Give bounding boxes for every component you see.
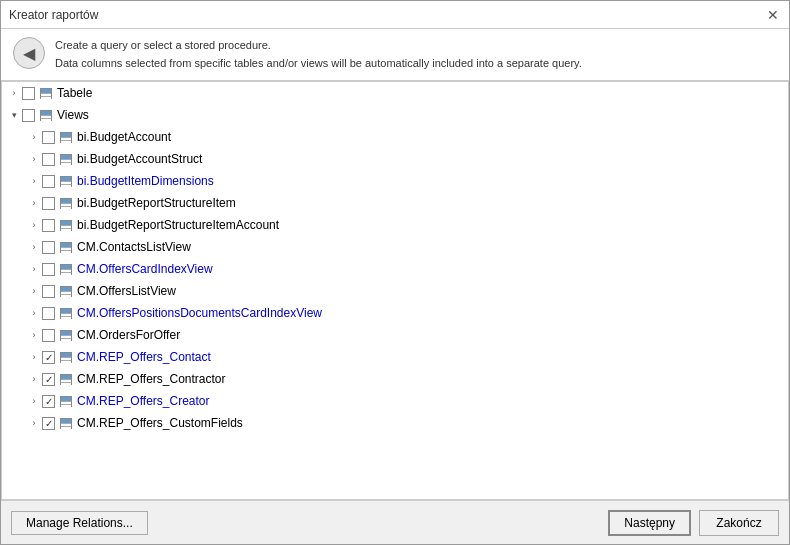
tree-item-bi-budgetaccountstruct[interactable]: bi.BudgetAccountStruct: [2, 148, 788, 170]
expand-arrow-cm-rep-offers-creator[interactable]: [26, 393, 42, 409]
expand-arrow-tabele[interactable]: [6, 85, 22, 101]
close-button[interactable]: ✕: [765, 7, 781, 23]
tree-item-label-cm-rep-offers-contractor: CM.REP_Offers_Contractor: [77, 372, 226, 386]
expand-arrow-bi-budgetitemdimensions[interactable]: [26, 173, 42, 189]
tree-item-label-bi-budgetreportstructureitemaccount: bi.BudgetReportStructureItemAccount: [77, 218, 279, 232]
tree-item-label-tabele: Tabele: [57, 86, 92, 100]
tree-item-label-bi-budgetitemdimensions: bi.BudgetItemDimensions: [77, 174, 214, 188]
table-icon-cm-rep-offers-contact: [59, 350, 73, 364]
tree-item-label-cm-rep-offers-contact: CM.REP_Offers_Contact: [77, 350, 211, 364]
tree-item-bi-budgetreportstructureitem[interactable]: bi.BudgetReportStructureItem: [2, 192, 788, 214]
table-icon-bi-budgetaccount: [59, 130, 73, 144]
checkbox-cm-rep-offers-creator[interactable]: [42, 395, 55, 408]
tree-item-cm-rep-offers-contractor[interactable]: CM.REP_Offers_Contractor: [2, 368, 788, 390]
tree-item-label-cm-contactslistview: CM.ContactsListView: [77, 240, 191, 254]
checkbox-bi-budgetreportstructureitem[interactable]: [42, 197, 55, 210]
checkbox-cm-offerslistview[interactable]: [42, 285, 55, 298]
expand-arrow-bi-budgetreportstructureitem[interactable]: [26, 195, 42, 211]
checkbox-cm-contactslistview[interactable]: [42, 241, 55, 254]
tree-item-label-cm-offerspositionsdocumentscardindexview: CM.OffersPositionsDocumentsCardIndexView: [77, 306, 322, 320]
table-icon-cm-rep-offers-customfields: [59, 416, 73, 430]
tree-item-bi-budgetaccount[interactable]: bi.BudgetAccount: [2, 126, 788, 148]
table-icon-bi-budgetaccountstruct: [59, 152, 73, 166]
checkbox-tabele[interactable]: [22, 87, 35, 100]
main-window: Kreator raportów ✕ ◀ Create a query or s…: [0, 0, 790, 545]
tree-item-bi-budgetreportstructureitemaccount[interactable]: bi.BudgetReportStructureItemAccount: [2, 214, 788, 236]
table-icon-cm-rep-offers-contractor: [59, 372, 73, 386]
title-bar: Kreator raportów ✕: [1, 1, 789, 29]
header-description: Create a query or select a stored proced…: [55, 37, 582, 72]
tree-item-label-cm-offerscardindexview: CM.OffersCardIndexView: [77, 262, 213, 276]
tree-item-label-cm-offerslistview: CM.OffersListView: [77, 284, 176, 298]
table-icon-cm-contactslistview: [59, 240, 73, 254]
tree-container: TabeleViewsbi.BudgetAccountbi.BudgetAcco…: [2, 82, 788, 434]
tree-item-label-cm-ordersforoffer: CM.OrdersForOffer: [77, 328, 180, 342]
tree-item-label-views: Views: [57, 108, 89, 122]
tree-item-label-bi-budgetreportstructureitem: bi.BudgetReportStructureItem: [77, 196, 236, 210]
checkbox-cm-offerspositionsdocumentscardindexview[interactable]: [42, 307, 55, 320]
table-icon-cm-rep-offers-creator: [59, 394, 73, 408]
table-icon-cm-ordersforoffer: [59, 328, 73, 342]
back-icon: ◀: [23, 44, 35, 63]
table-icon-bi-budgetitemdimensions: [59, 174, 73, 188]
tree-item-views[interactable]: Views: [2, 104, 788, 126]
table-icon-cm-offerspositionsdocumentscardindexview: [59, 306, 73, 320]
tree-item-cm-offerscardindexview[interactable]: CM.OffersCardIndexView: [2, 258, 788, 280]
checkbox-cm-ordersforoffer[interactable]: [42, 329, 55, 342]
window-title: Kreator raportów: [9, 8, 98, 22]
table-icon-bi-budgetreportstructureitemaccount: [59, 218, 73, 232]
expand-arrow-cm-rep-offers-contractor[interactable]: [26, 371, 42, 387]
table-icon-bi-budgetreportstructureitem: [59, 196, 73, 210]
header-line2: Data columns selected from specific tabl…: [55, 55, 582, 73]
tree-scroll-container[interactable]: TabeleViewsbi.BudgetAccountbi.BudgetAcco…: [2, 82, 788, 499]
tree-item-bi-budgetitemdimensions[interactable]: bi.BudgetItemDimensions: [2, 170, 788, 192]
expand-arrow-bi-budgetreportstructureitemaccount[interactable]: [26, 217, 42, 233]
tree-item-cm-contactslistview[interactable]: CM.ContactsListView: [2, 236, 788, 258]
expand-arrow-cm-rep-offers-customfields[interactable]: [26, 415, 42, 431]
expand-arrow-views[interactable]: [6, 107, 22, 123]
checkbox-bi-budgetaccountstruct[interactable]: [42, 153, 55, 166]
footer-right: Następny Zakończ: [608, 510, 779, 536]
checkbox-bi-budgetaccount[interactable]: [42, 131, 55, 144]
tree-item-label-cm-rep-offers-customfields: CM.REP_Offers_CustomFields: [77, 416, 243, 430]
checkbox-views[interactable]: [22, 109, 35, 122]
tree-item-label-cm-rep-offers-creator: CM.REP_Offers_Creator: [77, 394, 210, 408]
next-button[interactable]: Następny: [608, 510, 691, 536]
checkbox-cm-rep-offers-contact[interactable]: [42, 351, 55, 364]
header-line1: Create a query or select a stored proced…: [55, 37, 582, 55]
table-icon-tabele: [39, 86, 53, 100]
tree-item-cm-ordersforoffer[interactable]: CM.OrdersForOffer: [2, 324, 788, 346]
footer: Manage Relations... Następny Zakończ: [1, 500, 789, 544]
table-icon-cm-offerslistview: [59, 284, 73, 298]
tree-item-cm-offerspositionsdocumentscardindexview[interactable]: CM.OffersPositionsDocumentsCardIndexView: [2, 302, 788, 324]
table-icon-views: [39, 108, 53, 122]
expand-arrow-cm-offerspositionsdocumentscardindexview[interactable]: [26, 305, 42, 321]
checkbox-bi-budgetitemdimensions[interactable]: [42, 175, 55, 188]
tree-item-cm-rep-offers-customfields[interactable]: CM.REP_Offers_CustomFields: [2, 412, 788, 434]
checkbox-cm-offerscardindexview[interactable]: [42, 263, 55, 276]
finish-button[interactable]: Zakończ: [699, 510, 779, 536]
tree-item-tabele[interactable]: Tabele: [2, 82, 788, 104]
expand-arrow-cm-offerslistview[interactable]: [26, 283, 42, 299]
header-area: ◀ Create a query or select a stored proc…: [1, 29, 789, 81]
tree-item-label-bi-budgetaccountstruct: bi.BudgetAccountStruct: [77, 152, 202, 166]
tree-item-cm-rep-offers-creator[interactable]: CM.REP_Offers_Creator: [2, 390, 788, 412]
table-icon-cm-offerscardindexview: [59, 262, 73, 276]
expand-arrow-cm-ordersforoffer[interactable]: [26, 327, 42, 343]
manage-relations-button[interactable]: Manage Relations...: [11, 511, 148, 535]
back-button[interactable]: ◀: [13, 37, 45, 69]
checkbox-cm-rep-offers-contractor[interactable]: [42, 373, 55, 386]
tree-content-area: TabeleViewsbi.BudgetAccountbi.BudgetAcco…: [1, 81, 789, 500]
checkbox-bi-budgetreportstructureitemaccount[interactable]: [42, 219, 55, 232]
checkbox-cm-rep-offers-customfields[interactable]: [42, 417, 55, 430]
expand-arrow-cm-rep-offers-contact[interactable]: [26, 349, 42, 365]
expand-arrow-bi-budgetaccount[interactable]: [26, 129, 42, 145]
expand-arrow-cm-contactslistview[interactable]: [26, 239, 42, 255]
tree-item-cm-offerslistview[interactable]: CM.OffersListView: [2, 280, 788, 302]
tree-item-label-bi-budgetaccount: bi.BudgetAccount: [77, 130, 171, 144]
expand-arrow-cm-offerscardindexview[interactable]: [26, 261, 42, 277]
expand-arrow-bi-budgetaccountstruct[interactable]: [26, 151, 42, 167]
tree-item-cm-rep-offers-contact[interactable]: CM.REP_Offers_Contact: [2, 346, 788, 368]
